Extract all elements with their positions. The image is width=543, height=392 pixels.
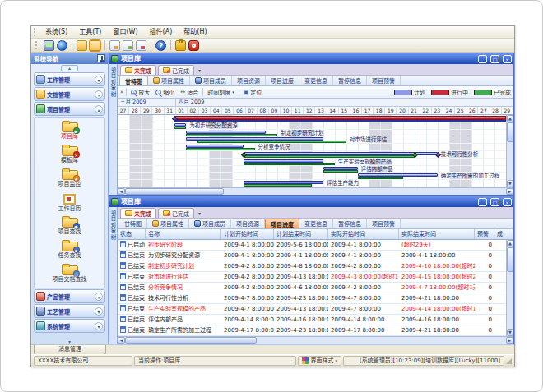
menu-item-4[interactable]: 帮助(H) <box>178 26 212 38</box>
resize-grip[interactable] <box>506 358 512 364</box>
scroll-thumb[interactable] <box>507 122 513 142</box>
sidebar-more-icon[interactable]: ▾ <box>31 338 108 344</box>
project-tree-side-tab[interactable]: 项目对象树 <box>109 207 118 344</box>
scroll-down-icon[interactable]: ▼ <box>507 329 513 336</box>
mail-report-icon-2[interactable] <box>123 40 133 51</box>
sidebar-item-5[interactable]: ▪任务查找 <box>35 238 104 262</box>
gantt-done-bar[interactable] <box>323 170 358 173</box>
scroll-up-icon[interactable]: ▲ <box>507 115 513 122</box>
scroll-down-icon[interactable]: ▼ <box>507 180 513 187</box>
gantt-done-bar[interactable] <box>174 127 186 129</box>
monitor-icon[interactable] <box>44 40 54 51</box>
table-row[interactable]: 已结束制定初步研究计划2009-4-2 8:00:002009-4-8 18:0… <box>118 261 506 272</box>
chevron-down-icon[interactable]: ▾ <box>95 293 103 301</box>
chevron-down-icon[interactable]: ▾ <box>95 307 103 316</box>
pin-icon[interactable] <box>97 54 105 62</box>
gantt-done-bar[interactable] <box>186 148 254 150</box>
table-filter-tab-0[interactable]: 未完成 <box>120 208 156 218</box>
gantt-tab-6[interactable]: 暂停信息 <box>333 76 367 85</box>
menu-item-1[interactable]: 工具(T) <box>73 26 107 38</box>
menu-item-3[interactable]: 插件(A) <box>144 26 179 38</box>
table-tab-4[interactable]: 项目进度 <box>265 219 299 228</box>
table-filter-tab-1[interactable]: 已完成 <box>158 208 194 218</box>
maximize-icon[interactable]: □ <box>490 198 499 206</box>
sidebar-section-project-management[interactable]: 项目管理▴ <box>34 102 105 116</box>
table-tab-3[interactable]: 项目资源 <box>231 219 265 228</box>
table-row[interactable]: 已启动初步研究阶段2009-4-1 8:00:002009-5-6 18:00:… <box>118 240 506 251</box>
close-icon[interactable]: × <box>503 198 512 206</box>
table-window-titlebar[interactable]: 项目库 _ □ × <box>109 196 513 207</box>
gantt-plan-bar[interactable] <box>174 120 506 122</box>
scroll-left-icon[interactable]: ◄ <box>118 188 125 195</box>
sidebar-section-bottom-1[interactable]: 工艺管理▾ <box>34 304 105 318</box>
column-header-5[interactable]: 实际结束时间 <box>399 229 475 239</box>
gantt-tab-7[interactable]: 项目预警 <box>367 76 401 85</box>
sidebar-item-0[interactable]: ▶项目库 <box>35 119 104 143</box>
sidebar-item-1[interactable]: ×模板库 <box>35 143 104 167</box>
scroll-right-icon[interactable]: ► <box>506 337 513 344</box>
gantt-tab-4[interactable]: 项目进度 <box>266 76 299 85</box>
maximize-icon[interactable]: □ <box>490 55 499 63</box>
locate-button[interactable]: ▣定位 <box>242 88 264 96</box>
minimize-icon[interactable]: _ <box>478 198 487 206</box>
gantt-done-bar[interactable] <box>186 134 277 136</box>
menu-item-0[interactable]: 系统(S) <box>39 26 73 38</box>
scroll-right-icon[interactable]: ► <box>506 188 513 195</box>
zoom-in-button[interactable]: +放大 <box>129 88 151 96</box>
menu-item-2[interactable]: 窗口(W) <box>107 26 143 38</box>
zoom-out-button[interactable]: -缩小 <box>154 88 176 96</box>
gantt-done-bar[interactable] <box>244 155 415 158</box>
gantt-window-titlebar[interactable]: 项目库 _ □ × <box>109 53 513 64</box>
minimize-icon[interactable]: _ <box>478 55 487 63</box>
table-tab-1[interactable]: 项目属性 <box>147 219 189 228</box>
gantt-tab-0[interactable]: 甘特图 <box>119 76 148 85</box>
table-tab-5[interactable]: 变更信息 <box>299 219 333 228</box>
table-row[interactable]: 已结束评估内部产品2009-4-14 8:00:002009-4-16 18:0… <box>118 315 506 325</box>
gantt-tab-5[interactable]: 变更信息 <box>299 76 333 85</box>
table-vertical-scrollbar[interactable]: ▲ ▼ <box>506 240 513 336</box>
chevron-down-icon[interactable]: ▾ <box>95 76 103 84</box>
column-header-1[interactable]: 名称 <box>146 229 221 239</box>
lock-icon[interactable] <box>175 40 186 51</box>
scroll-thumb[interactable] <box>507 247 513 272</box>
chevron-down-icon[interactable]: ▾ <box>95 90 103 99</box>
table-horizontal-scrollbar[interactable]: ◄ ► <box>118 336 513 344</box>
table-row[interactable]: 已结束技术可行性分析2009-4-7 8:00:002009-4-23 18:0… <box>118 293 506 304</box>
mail-report-icon-1[interactable] <box>109 40 120 51</box>
tab-overflow-icon[interactable]: ▾ <box>196 210 203 218</box>
gantt-done-bar[interactable] <box>244 184 312 187</box>
table-row[interactable]: 已结束生产实验室规模的产品2009-4-7 8:00:002009-4-13 1… <box>118 304 506 315</box>
sidebar-collapse-button[interactable]: ▴ <box>31 64 108 71</box>
table-tab-6[interactable]: 暂停信息 <box>333 219 367 228</box>
chevron-up-icon[interactable]: ▴ <box>95 105 103 113</box>
sidebar-item-3[interactable]: 工作日历 <box>35 191 104 214</box>
gantt-horizontal-scrollbar[interactable]: ◄ ► <box>118 187 513 195</box>
sidebar-item-6[interactable]: ○项目文档查找 <box>35 262 104 286</box>
table-row[interactable]: 已结束确定生产所需的加工过程2009-4-17 8:00:002009-4-23… <box>118 325 506 336</box>
gantt-tab-2[interactable]: 项目成员 <box>190 76 232 85</box>
globe-icon[interactable] <box>57 40 67 51</box>
toolbar-more-icon[interactable]: » <box>120 89 123 95</box>
folder-icon[interactable] <box>77 40 87 51</box>
column-header-7[interactable]: 成 <box>494 229 513 239</box>
tab-overflow-icon[interactable]: ▾ <box>196 67 203 75</box>
sidebar-section-bottom-0[interactable]: 产品管理▾ <box>34 289 105 303</box>
chevron-down-icon[interactable]: ▾ <box>95 322 103 330</box>
table-row[interactable]: 已结束对市场进行评估2009-4-2 8:00:002009-4-13 18:0… <box>118 272 506 283</box>
gantt-tab-3[interactable]: 项目资源 <box>232 76 266 85</box>
sidebar-item-2[interactable]: ★项目监控 <box>35 167 104 191</box>
gantt-vertical-scrollbar[interactable]: ▲ ▼ <box>506 115 513 187</box>
scroll-thumb[interactable] <box>125 337 257 344</box>
sidebar-section-1[interactable]: 文档管理▾ <box>34 87 105 101</box>
time-scale-button[interactable]: 时间刻度▾ <box>206 88 236 96</box>
column-header-4[interactable]: 实际开始时间 <box>328 229 399 239</box>
column-header-3[interactable]: 计划结束时间 <box>274 229 328 239</box>
sidebar-section-bottom-2[interactable]: 系统管理▾ <box>34 319 105 333</box>
column-header-2[interactable]: 计划开始时间 <box>221 229 274 239</box>
table-tab-2[interactable]: 项目成员 <box>189 219 231 228</box>
project-tree-side-tab[interactable]: 项目对象树 <box>109 64 118 195</box>
scroll-left-icon[interactable]: ◄ <box>118 337 125 344</box>
mail-report-icon-3[interactable] <box>136 40 146 51</box>
scroll-up-icon[interactable]: ▲ <box>507 240 513 247</box>
table-tab-0[interactable]: 甘特图 <box>119 219 147 228</box>
